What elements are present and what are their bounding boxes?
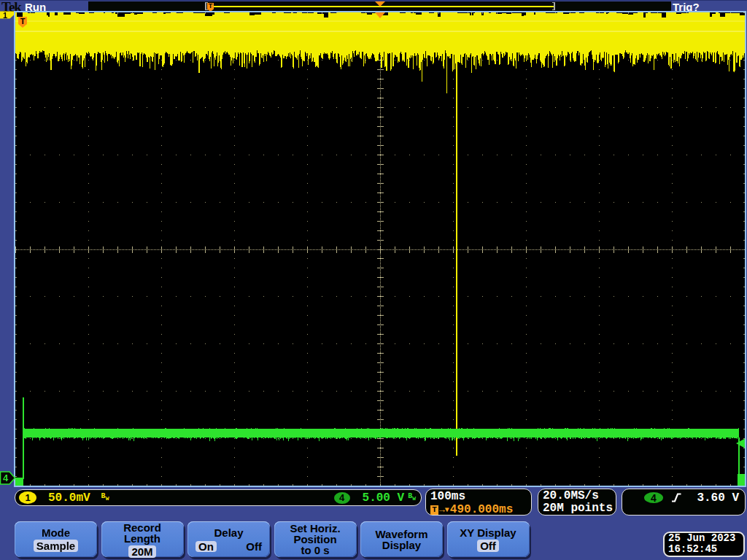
menu-button-label: Position bbox=[293, 534, 336, 545]
trigger-source-badge: 4 bbox=[644, 492, 663, 503]
menu-button-label: Waveform bbox=[376, 529, 428, 540]
sample-rate: 20.0MS/s bbox=[543, 490, 616, 502]
menu-button-label: Record bbox=[123, 522, 161, 533]
channel1-scale: 50.0mV bbox=[48, 491, 90, 505]
waveform-display bbox=[15, 12, 745, 486]
menu-button-xy-display[interactable]: XY DisplayOff bbox=[447, 521, 530, 557]
datetime-box: 25 Jun 2023 16:52:45 bbox=[663, 532, 745, 557]
channel-readout-box: 1 50.0mV BW 4 5.00 V BW bbox=[15, 489, 422, 506]
menu-button-record-length[interactable]: RecordLength20M bbox=[101, 521, 184, 557]
menu-button-delay[interactable]: DelayOnOff bbox=[187, 521, 270, 557]
delay-arrow-icon: → bbox=[439, 505, 445, 516]
rising-edge-slope-icon bbox=[672, 493, 681, 502]
menu-button-label: Length bbox=[124, 533, 160, 544]
expansion-point-icon bbox=[375, 1, 385, 7]
channel4-marker: 4 bbox=[0, 471, 16, 485]
trigger-level: 3.60 V bbox=[697, 491, 739, 505]
delay-trigger-icon: T bbox=[430, 505, 438, 515]
menu-button-label: to 0 s bbox=[301, 545, 329, 556]
acquisition-readout-box: 20.0MS/s 20M points bbox=[538, 489, 616, 516]
date-label: 25 Jun 2023 bbox=[668, 533, 743, 544]
menu-button-label: Display bbox=[382, 540, 421, 551]
menu-button-label: Set Horiz. bbox=[290, 523, 340, 534]
svg-text:1: 1 bbox=[3, 11, 7, 20]
horizontal-scale: 100ms bbox=[430, 490, 531, 503]
channel1-bandwidth-icon: BW bbox=[101, 493, 109, 502]
horizontal-readout-box: 100ms T → ▼ 490.000ms bbox=[425, 489, 532, 516]
acquisition-record-bar: T bbox=[88, 1, 671, 11]
channel1-badge: 1 bbox=[19, 491, 36, 504]
svg-text:4: 4 bbox=[3, 472, 9, 483]
time-label: 16:52:45 bbox=[668, 544, 743, 555]
menu-button-waveform-display[interactable]: WaveformDisplay bbox=[360, 521, 443, 557]
record-length: 20M points bbox=[543, 502, 616, 515]
menu-button-value: 20M bbox=[128, 545, 155, 558]
trigger-delay-readout: T → ▼ 490.000ms bbox=[430, 504, 531, 516]
graticule bbox=[14, 11, 746, 487]
record-window-bracket-right bbox=[554, 2, 555, 10]
menu-button-label: Mode bbox=[42, 527, 70, 538]
record-window-bracket-left bbox=[205, 2, 206, 10]
menu-button-set-horiz-position[interactable]: Set Horiz.Positionto 0 s bbox=[274, 521, 357, 557]
channel1-marker: 1 bbox=[0, 11, 15, 20]
menu-button-label: Delay bbox=[214, 527, 243, 538]
channel4-badge: 4 bbox=[334, 492, 350, 504]
channel4-bandwidth-icon: BW bbox=[408, 493, 416, 502]
delay-triangle-icon: ▼ bbox=[445, 506, 449, 514]
menu-option-on: On bbox=[196, 541, 217, 552]
delay-value: 490.000ms bbox=[450, 503, 513, 516]
menu-button-label: XY Display bbox=[460, 527, 516, 538]
menu-option-off: Off bbox=[246, 541, 262, 552]
channel4-scale: 5.00 V bbox=[363, 491, 405, 505]
trigger-readout-box: 4 3.60 V bbox=[622, 489, 746, 516]
menu-button-value: Off bbox=[477, 540, 499, 552]
menu-button-value: Sample bbox=[34, 540, 78, 552]
menu-button-mode[interactable]: ModeSample bbox=[15, 521, 97, 557]
